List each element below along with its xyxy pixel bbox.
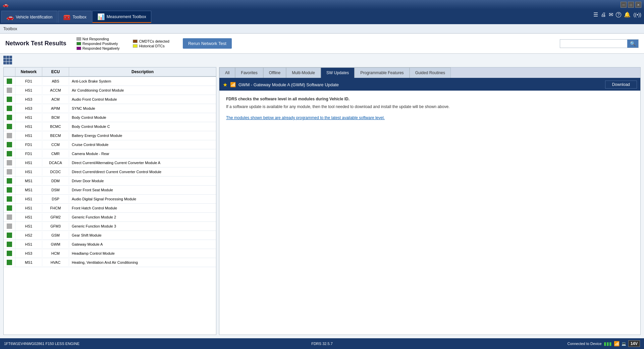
td-network: MS1 bbox=[15, 177, 42, 185]
td-description: Direct Current/direct Current Converter … bbox=[69, 168, 216, 176]
top-right-icons: ☰ 🖨 ✉ ? 🔔 ((•)) bbox=[593, 11, 641, 18]
right-panel: All Favorites Offline Multi-Module SW Up… bbox=[219, 67, 641, 335]
tab-favorites[interactable]: Favorites bbox=[235, 67, 263, 78]
table-row[interactable]: FD1 ABS Anti-Lock Brake System bbox=[4, 77, 216, 86]
status-dot bbox=[7, 160, 12, 165]
td-ecu: GSM bbox=[42, 232, 69, 239]
tab-multi-module[interactable]: Multi-Module bbox=[286, 67, 321, 78]
td-status bbox=[4, 222, 15, 231]
table-row[interactable]: HS1 DCDC Direct Current/direct Current C… bbox=[4, 167, 216, 177]
minimize-button[interactable]: ─ bbox=[621, 2, 627, 8]
td-network: HS1 bbox=[15, 159, 42, 166]
app-icon: 🚗 bbox=[3, 2, 8, 7]
status-dot bbox=[7, 124, 12, 129]
table-row[interactable]: HS1 GWM Gateway Module A bbox=[4, 240, 216, 249]
tab-programmable-features[interactable]: Programmable Features bbox=[355, 67, 409, 78]
td-status bbox=[4, 195, 15, 203]
table-row[interactable]: HS3 APIM SYNC Module bbox=[4, 104, 216, 113]
tab-all[interactable]: All bbox=[219, 67, 235, 78]
status-dot bbox=[7, 88, 12, 93]
info-line2: If a software update is available for an… bbox=[226, 104, 634, 110]
status-vin: 1FT6W1EV4NWG02861 bbox=[4, 342, 44, 346]
table-row[interactable]: MS1 DDM Driver Door Module bbox=[4, 177, 216, 186]
legend-label-purple: Responded Negatively bbox=[83, 46, 120, 50]
panels: Network ECU Description FD1 ABS Anti-Loc… bbox=[0, 67, 644, 338]
table-row[interactable]: HS2 GSM Gear Shift Module bbox=[4, 231, 216, 240]
status-center: FDRS 32.5.7 bbox=[216, 342, 428, 346]
wifi-icon[interactable]: ((•)) bbox=[633, 12, 641, 17]
td-ecu: BCM bbox=[42, 114, 69, 121]
table-row[interactable]: FD1 CMR Camera Module - Rear bbox=[4, 149, 216, 158]
table-body: FD1 ABS Anti-Lock Brake System HS1 ACCM … bbox=[4, 77, 216, 335]
help-icon[interactable]: ? bbox=[616, 12, 622, 17]
window-controls: ─ □ ✕ bbox=[621, 2, 641, 8]
print-icon[interactable]: 🖨 bbox=[601, 12, 606, 18]
download-button[interactable]: Download bbox=[605, 81, 637, 89]
table-row[interactable]: HS1 DCACA Direct Current/Alternating Cur… bbox=[4, 158, 216, 167]
table-row[interactable]: HS1 ACCM Air Conditioning Control Module bbox=[4, 86, 216, 95]
tab-vehicle-identification[interactable]: 🚗 Vehicle Identification bbox=[1, 11, 57, 23]
status-dot bbox=[7, 115, 12, 120]
th-status bbox=[4, 67, 15, 76]
td-ecu: APIM bbox=[42, 105, 69, 112]
vehicle-id-icon: 🚗 bbox=[6, 13, 14, 21]
table-row[interactable]: MS1 DSM Driver Front Seat Module bbox=[4, 186, 216, 195]
legend-label-green: Responded Positively bbox=[83, 42, 118, 46]
table-row[interactable]: HS1 GFM3 Generic Function Module 3 bbox=[4, 222, 216, 231]
table-row[interactable]: HS1 BCM Body Control Module bbox=[4, 113, 216, 122]
breadcrumb-bar: Toolbox bbox=[0, 24, 644, 34]
td-description: Generic Function Module 2 bbox=[69, 213, 216, 221]
email-icon[interactable]: ✉ bbox=[609, 11, 613, 18]
td-description: Audio Digital Signal Processing Module bbox=[69, 195, 216, 203]
status-dot bbox=[7, 151, 12, 156]
table-row[interactable]: HS1 GFM2 Generic Function Module 2 bbox=[4, 213, 216, 222]
rerun-network-test-button[interactable]: Rerun Network Test bbox=[183, 38, 232, 49]
favorite-star-button[interactable]: ★ bbox=[223, 82, 227, 88]
td-status bbox=[4, 258, 15, 267]
table-row[interactable]: FD1 CCM Cruise Control Module bbox=[4, 140, 216, 149]
bell-icon[interactable]: 🔔 bbox=[624, 11, 631, 18]
tab-offline[interactable]: Offline bbox=[263, 67, 286, 78]
info-link[interactable]: The modules shown below are already prog… bbox=[226, 115, 634, 121]
tab-sw-updates[interactable]: SW Updates bbox=[321, 67, 355, 78]
table-row[interactable]: MS1 HVAC Heating, Ventilation And Air Co… bbox=[4, 258, 216, 267]
legend-box-gray bbox=[76, 37, 81, 41]
tab-toolbox[interactable]: 🧰 Toolbox bbox=[58, 11, 91, 23]
td-network: HS2 bbox=[15, 232, 42, 239]
table-row[interactable]: HS1 FHCM Front Hatch Control Module bbox=[4, 204, 216, 213]
td-ecu: ABS bbox=[42, 78, 69, 85]
td-description: Headlamp Control Module bbox=[69, 250, 216, 257]
td-status bbox=[4, 186, 15, 194]
table-row[interactable]: HS3 HCM Headlamp Control Module bbox=[4, 249, 216, 258]
table-row[interactable]: HS3 ACM Audio Front Control Module bbox=[4, 95, 216, 104]
status-signal-icon: ▮▮▮ bbox=[604, 341, 612, 346]
status-connected-label: Connected to Device bbox=[568, 342, 602, 346]
td-network: HS1 bbox=[15, 222, 42, 230]
tab-measurement-toolbox[interactable]: 📊 Measurement Toolbox bbox=[92, 11, 151, 23]
td-description: SYNC Module bbox=[69, 105, 216, 112]
td-status bbox=[4, 86, 15, 95]
tab-vehicle-id-label: Vehicle Identification bbox=[16, 15, 52, 19]
close-button[interactable]: ✕ bbox=[635, 2, 641, 8]
legend-box-green bbox=[76, 42, 81, 45]
td-ecu: DCACA bbox=[42, 159, 69, 166]
search-button[interactable]: 🔍 bbox=[627, 40, 638, 48]
menu-icon[interactable]: ☰ bbox=[593, 11, 598, 18]
td-status bbox=[4, 113, 15, 122]
td-ecu: ACM bbox=[42, 96, 69, 103]
legend-label-brown: CMDTCs detected bbox=[139, 39, 169, 43]
td-status bbox=[4, 140, 15, 149]
status-dot bbox=[7, 196, 12, 202]
tab-guided-routines[interactable]: Guided Routines bbox=[410, 67, 451, 78]
table-row[interactable]: HS1 BCMC Body Control Module C bbox=[4, 122, 216, 131]
td-network: FD1 bbox=[15, 78, 42, 85]
status-dot bbox=[7, 214, 12, 220]
table-row[interactable]: HS1 BECM Battery Energy Control Module bbox=[4, 131, 216, 140]
table-row[interactable]: HS1 DSP Audio Digital Signal Processing … bbox=[4, 195, 216, 204]
maximize-button[interactable]: □ bbox=[628, 2, 634, 8]
td-ecu: DSP bbox=[42, 195, 69, 203]
td-status bbox=[4, 213, 15, 221]
td-network: FD1 bbox=[15, 141, 42, 148]
search-input[interactable] bbox=[560, 40, 627, 47]
grid-view-icon[interactable] bbox=[3, 56, 13, 65]
